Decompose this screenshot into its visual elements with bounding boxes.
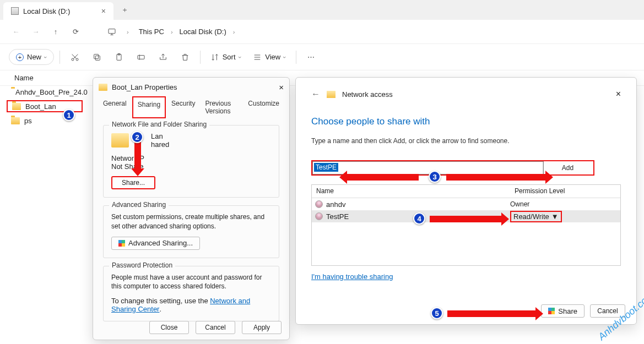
delete-icon[interactable] <box>176 48 194 67</box>
dialog-title-bar[interactable]: Boot_Lan Properties × <box>93 78 289 96</box>
name-input[interactable]: TestPE <box>312 161 544 174</box>
tab-title: Local Disk (D:) <box>23 7 70 15</box>
crumb-pc[interactable]: This PC <box>139 28 164 36</box>
close-button[interactable]: Close <box>149 321 189 334</box>
toolbar: + New › Sort › View › ⋯ <box>0 44 644 70</box>
chevron-icon: › <box>171 29 173 35</box>
name-input-value: TestPE <box>314 163 338 172</box>
annotation-arrow <box>446 174 545 181</box>
network-access-dialog: ← Network access × Choose people to shar… <box>295 77 637 325</box>
paste-icon[interactable] <box>110 48 128 67</box>
chevron-down-icon: › <box>236 56 243 58</box>
folder-icon <box>111 133 129 148</box>
chevron-down-icon: › <box>282 56 288 58</box>
permission-dropdown[interactable]: Read/Write ▼ <box>510 211 562 222</box>
folder-list: Anhdv_Boot_Pre_24.0 Boot_Lan ps <box>0 86 89 127</box>
cancel-button[interactable]: Cancel <box>196 321 235 334</box>
share-status: hared <box>151 140 169 149</box>
folder-icon <box>327 91 335 98</box>
properties-dialog: Boot_Lan Properties × General Sharing Se… <box>93 77 290 340</box>
tab-sharing[interactable]: Sharing <box>132 96 166 118</box>
back-icon: ← <box>11 27 21 37</box>
back-icon[interactable]: ← <box>311 89 320 99</box>
row-name: anhdv <box>326 200 345 209</box>
password-change: To change this setting, use the Network … <box>111 297 271 313</box>
col-permission[interactable]: Permission Level <box>510 185 569 198</box>
folder-icon <box>11 117 20 124</box>
group-label: Password Protection <box>109 261 175 269</box>
disk-icon <box>11 7 19 15</box>
sort-label: Sort <box>223 53 236 61</box>
wizard-title: Network access <box>342 90 393 99</box>
dialog-footer: Close Cancel Apply <box>149 321 282 334</box>
share-button[interactable]: Share... <box>111 176 155 189</box>
folder-icon <box>99 84 107 91</box>
annotation-badge: 2 <box>131 131 143 143</box>
table-row[interactable]: anhdv Owner <box>312 198 620 210</box>
annotation-badge: 1 <box>63 109 75 121</box>
browser-tab-bar: Local Disk (D:) × ＋ <box>0 0 644 20</box>
annotation-badge: 5 <box>431 307 443 319</box>
row-permission: Owner <box>510 200 529 208</box>
cut-icon[interactable] <box>66 48 84 67</box>
people-table: Name Permission Level anhdv Owner TestPE… <box>311 184 621 266</box>
window-tab[interactable]: Local Disk (D:) × <box>3 2 113 20</box>
advanced-sharing-button[interactable]: Advanced Sharing... <box>111 237 200 250</box>
folder-item[interactable]: ps <box>0 114 89 127</box>
copy-icon[interactable] <box>88 48 106 67</box>
tab-security[interactable]: Security <box>167 96 199 118</box>
advanced-sharing-group: Advanced Sharing Set custom permissions,… <box>103 205 279 258</box>
column-name[interactable]: Name <box>14 74 34 82</box>
row-name: TestPE <box>326 212 349 221</box>
new-button[interactable]: + New › <box>9 49 54 65</box>
folder-label: ps <box>24 117 32 125</box>
annotation-badge: 3 <box>429 171 441 183</box>
annotation-arrow <box>447 310 535 317</box>
tab-general[interactable]: General <box>99 96 131 118</box>
annotation-badge: 4 <box>413 212 425 225</box>
up-icon[interactable]: ↑ <box>51 27 61 37</box>
trouble-sharing-link[interactable]: I'm having trouble sharing <box>311 272 393 281</box>
close-icon[interactable]: × <box>616 89 621 99</box>
group-label: Network File and Folder Sharing <box>109 121 209 128</box>
apply-button[interactable]: Apply <box>242 321 282 334</box>
view-button[interactable]: View › <box>248 48 290 67</box>
chevron-icon: › <box>127 29 129 35</box>
chevron-down-icon: › <box>42 56 49 58</box>
user-icon <box>315 212 323 220</box>
rename-icon[interactable] <box>132 48 150 67</box>
svg-rect-7 <box>138 55 144 59</box>
share-icon[interactable] <box>154 48 172 67</box>
shield-icon <box>548 308 555 314</box>
properties-tabs: General Sharing Security Previous Versio… <box>93 96 289 118</box>
wizard-sub: Type a name and then click Add, or click… <box>311 137 621 145</box>
folder-item[interactable]: Anhdv_Boot_Pre_24.0 <box>0 86 89 98</box>
tab-previous-versions[interactable]: Previous Versions <box>201 96 242 118</box>
view-label: View <box>265 53 280 61</box>
new-label: New <box>27 53 41 61</box>
svg-rect-0 <box>109 29 115 33</box>
share-name: Lan <box>151 132 169 140</box>
chevron-icon: › <box>233 29 235 35</box>
share-submit-button[interactable]: Share <box>541 304 585 318</box>
tab-customize[interactable]: Customize <box>243 96 284 118</box>
shield-icon <box>118 240 125 247</box>
password-desc: People must have a user account and pass… <box>111 273 271 292</box>
svg-rect-3 <box>95 56 100 60</box>
breadcrumb: This PC › Local Disk (D:) › <box>139 28 235 36</box>
svg-rect-4 <box>94 54 98 58</box>
folder-label: Boot_Lan <box>25 102 56 111</box>
refresh-icon[interactable]: ⟳ <box>71 27 80 37</box>
monitor-icon[interactable] <box>107 27 117 37</box>
wizard-heading: Choose people to share with <box>311 116 621 127</box>
close-icon[interactable]: × <box>279 83 284 92</box>
user-icon <box>315 200 323 208</box>
sort-button[interactable]: Sort › <box>206 48 246 67</box>
password-protection-group: Password Protection People must have a u… <box>103 266 279 322</box>
close-tab-icon[interactable]: × <box>101 7 106 15</box>
new-tab-button[interactable]: ＋ <box>117 2 132 18</box>
col-name[interactable]: Name <box>312 185 510 198</box>
folder-label: Anhdv_Boot_Pre_24.0 <box>15 88 88 96</box>
more-icon[interactable]: ⋯ <box>302 48 321 67</box>
crumb-disk[interactable]: Local Disk (D:) <box>180 28 226 36</box>
